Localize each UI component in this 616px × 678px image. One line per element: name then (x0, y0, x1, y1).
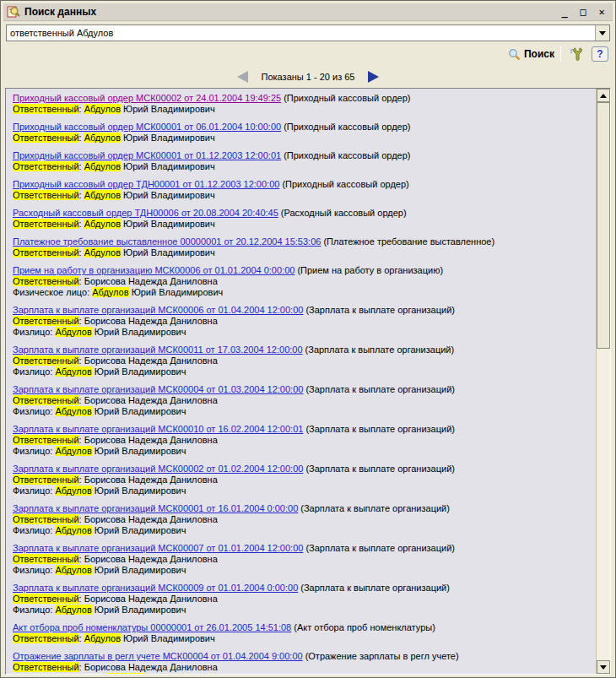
line-text: Физлицо: (13, 366, 55, 377)
scrollbar-thumb[interactable] (597, 102, 610, 349)
result-link[interactable]: Зарплата к выплате организаций МСК00001 … (13, 503, 298, 513)
highlight-term: Ответственный (13, 633, 79, 643)
results-list: Приходный кассовый ордер МСК00002 от 24.… (6, 89, 596, 674)
result-head: Акт отбора проб номенклатуры 00000001 от… (13, 622, 592, 633)
result-link[interactable]: Приходный кассовый ордер МСК00002 от 24.… (13, 93, 281, 103)
line-text: Юрий Владимирович (121, 133, 215, 143)
result-line: Физлицо: Абдулов Юрий Владимирович (13, 366, 592, 377)
pagination-text: Показаны 1 - 20 из 65 (262, 72, 355, 82)
highlight-term: Абдулов (84, 104, 121, 114)
result-link[interactable]: Зарплата к выплате организаций МСК00007 … (13, 543, 303, 553)
line-text: Физлицо: (13, 485, 55, 496)
result-type: (Приходный кассовый ордер) (284, 93, 410, 103)
result-type: (Расходный кассовый ордер) (281, 208, 407, 218)
result-head: Расходный кассовый ордер ТДН00006 от 20.… (13, 208, 592, 219)
search-combobox (6, 24, 610, 41)
settings-button[interactable] (567, 46, 586, 62)
result-link[interactable]: Приходный кассовый ордер МСК00001 от 06.… (13, 122, 281, 132)
line-text: : Борисова Надежда Даниловна (79, 276, 218, 286)
result-item: Зарплата к выплате организаций МСК00011 … (13, 344, 592, 377)
result-link[interactable]: Зарплата к выплате организаций МСК00006 … (13, 305, 303, 315)
result-line: Ответственный: Абдулов Юрий Владимирович (13, 190, 592, 201)
highlight-term: Абдулов (84, 161, 121, 171)
vertical-scrollbar[interactable] (596, 89, 610, 674)
result-link[interactable]: Приходный кассовый ордер ТДН00001 от 01.… (13, 179, 279, 189)
result-item: Зарплата к выплате организаций МСК00009 … (13, 583, 592, 616)
line-text: : (79, 161, 84, 171)
result-link[interactable]: Зарплата к выплате организаций МСК00009 … (13, 583, 298, 593)
result-type: (Прием на работу в организацию) (297, 265, 443, 275)
highlight-term: Ответственный (13, 475, 79, 485)
highlight-term: Ответственный (13, 190, 79, 200)
line-text: Юрий Владимирович (121, 190, 215, 200)
pagination: Показаны 1 - 20 из 65 (1, 68, 615, 86)
result-lines: Ответственный: Борисова Надежда Даниловн… (13, 662, 592, 674)
highlight-term: Ответственный (13, 219, 79, 229)
scroll-up-button[interactable] (597, 89, 610, 102)
result-item: Приходный кассовый ордер ТДН00001 от 01.… (13, 179, 592, 201)
line-text: Юрий Владимирович (129, 287, 224, 297)
dropdown-button[interactable] (595, 25, 609, 41)
result-link[interactable]: Зарплата к выплате организаций МСК00010 … (13, 424, 303, 434)
result-head: Прием на работу в организацию МСК00006 о… (13, 265, 592, 276)
line-text: Физлицо: (13, 525, 55, 535)
line-text: Юрий Владимирович (121, 104, 215, 114)
result-type: (Зарплата к выплате организаций) (305, 424, 455, 434)
result-line: Ответственный: Борисова Надежда Даниловн… (13, 514, 592, 525)
highlight-term: Абдулов (84, 247, 121, 258)
result-line: Физлицо: Абдулов Юрий Владимирович (13, 485, 592, 496)
help-button-label: ? (597, 48, 602, 60)
result-link[interactable]: Приходный кассовый ордер МСК00001 от 01.… (13, 150, 281, 160)
highlight-term: Абдулов (92, 287, 128, 297)
highlight-term: Абдулов (55, 406, 91, 416)
result-line: Субконто Кт номер 1: Абдулов Юрий Владим… (13, 673, 592, 674)
close-button[interactable]: ✕ (594, 5, 609, 19)
search-button[interactable]: Поиск (508, 48, 554, 61)
highlight-term: Абдулов (84, 133, 121, 143)
result-link[interactable]: Зарплата к выплате организаций МСК00002 … (13, 464, 303, 474)
result-lines: Ответственный: Абдулов Юрий Владимирович (13, 219, 592, 230)
result-link[interactable]: Платежное требование выставленное 000000… (13, 236, 321, 247)
line-text: : (79, 104, 84, 114)
line-text: : Борисова Надежда Даниловна (79, 662, 218, 672)
help-button[interactable]: ? (592, 46, 608, 62)
result-line: Физлицо: Абдулов Юрий Владимирович (13, 525, 592, 536)
result-link[interactable]: Расходный кассовый ордер ТДН00006 от 20.… (13, 208, 278, 218)
result-head: Зарплата к выплате организаций МСК00010 … (13, 424, 592, 435)
result-line: Ответственный: Абдулов Юрий Владимирович (13, 219, 592, 230)
scroll-down-button[interactable] (597, 660, 610, 674)
maximize-button[interactable]: □ (575, 5, 591, 19)
result-item: Приходный кассовый ордер МСК00002 от 24.… (13, 93, 592, 115)
line-text: Юрий Владимирович (92, 485, 186, 496)
result-line: Физлицо: Абдулов Юрий Владимирович (13, 565, 592, 576)
result-type: (Зарплата к выплате организаций) (305, 543, 455, 553)
result-line: Физлицо: Абдулов Юрий Владимирович (13, 327, 592, 338)
result-type: (Акт отбора проб номенклатуры) (294, 622, 435, 632)
line-text: : Борисова Надежда Даниловна (79, 554, 218, 564)
line-text: : (79, 133, 84, 143)
result-lines: Ответственный: Борисова Надежда Даниловн… (13, 276, 592, 298)
result-link[interactable]: Зарплата к выплате организаций МСК00011 … (13, 344, 303, 355)
minimize-button[interactable]: _ (557, 5, 572, 19)
result-type: (Зарплата к выплате организаций) (305, 384, 455, 394)
highlight-term: Ответственный (13, 161, 79, 171)
line-text: Субконто Кт номер 1: (13, 673, 108, 674)
result-item: Зарплата к выплате организаций МСК00001 … (13, 503, 592, 536)
result-line: Ответственный: Абдулов Юрий Владимирович (13, 133, 592, 144)
result-link[interactable]: Прием на работу в организацию МСК00006 о… (13, 265, 294, 275)
result-link[interactable]: Отражение зарплаты в регл учете МСК00004… (13, 651, 303, 661)
search-input[interactable] (7, 25, 595, 41)
result-item: Зарплата к выплате организаций МСК00006 … (13, 305, 592, 338)
next-page-icon[interactable] (368, 71, 379, 83)
magnifier-icon (508, 48, 521, 61)
result-link[interactable]: Зарплата к выплате организаций МСК00004 … (13, 384, 303, 394)
title-bar: Поиск данных _ □ ✕ (3, 3, 613, 21)
prev-page-icon[interactable] (237, 71, 248, 83)
result-type: (Отражение зарплаты в регл учете) (305, 651, 459, 661)
result-line: Ответственный: Борисова Надежда Даниловн… (13, 662, 592, 673)
result-line: Ответственный: Борисова Надежда Даниловн… (13, 355, 592, 366)
line-text: : Борисова Надежда Даниловна (79, 594, 218, 604)
result-line: Ответственный: Абдулов Юрий Владимирович (13, 247, 592, 258)
result-item: Отражение зарплаты в регл учете МСК00004… (13, 651, 592, 674)
result-link[interactable]: Акт отбора проб номенклатуры 00000001 от… (13, 622, 291, 632)
